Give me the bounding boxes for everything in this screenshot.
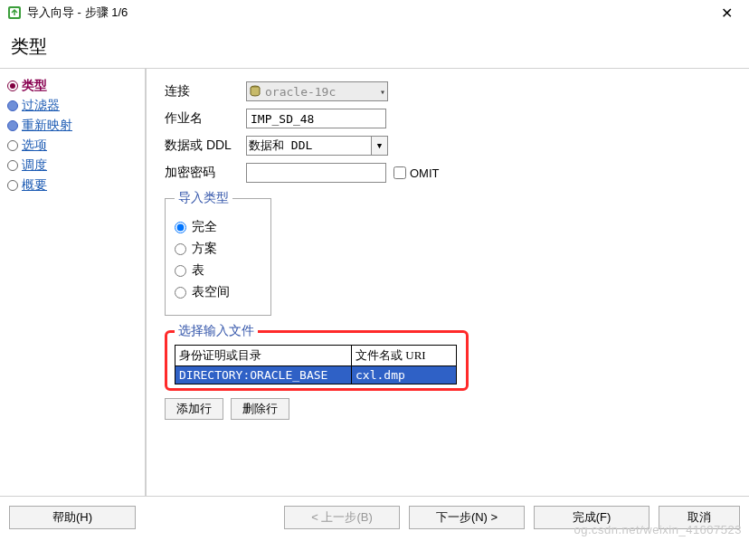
data-ddl-select[interactable]: 数据和 DDL ▼ [246,136,388,156]
col-directory[interactable]: 身份证明或目录 [175,346,352,366]
app-icon [7,5,22,20]
titlebar: 导入向导 - 步骤 1/6 ✕ [0,0,749,25]
table-row[interactable]: DIRECTORY:ORACLE_BASE cxl.dmp [175,366,457,384]
connection-select[interactable]: oracle-19c ▾ [246,81,388,101]
add-row-button[interactable]: 添加行 [165,398,223,420]
radio-schema[interactable]: 方案 [175,241,261,257]
delete-row-button[interactable]: 删除行 [231,398,289,420]
radio-table[interactable]: 表 [175,262,261,279]
close-icon[interactable]: ✕ [712,5,742,22]
input-files-legend: 选择输入文件 [175,323,258,339]
sidebar-item-type[interactable]: 类型 [7,78,137,94]
wizard-footer: 帮助(H) < 上一步(B) 下一步(N) > 完成(F) 取消 [0,497,749,537]
help-button[interactable]: 帮助(H) [9,506,136,529]
main-panel: 连接 oracle-19c ▾ 作业名 数据或 DDL 数据和 DDL ▼ 加密… [147,69,749,496]
col-filename[interactable]: 文件名或 URI [352,346,457,366]
omit-checkbox[interactable] [393,166,406,179]
files-table: 身份证明或目录 文件名或 URI DIRECTORY:ORACLE_BASE c… [175,345,457,384]
sidebar-item-filter[interactable]: 过滤器 [7,98,137,114]
back-button[interactable]: < 上一步(B) [284,506,400,529]
import-type-legend: 导入类型 [175,190,232,206]
omit-label: OMIT [410,166,440,180]
label-password: 加密密码 [165,165,246,181]
heading-area: 类型 [0,25,749,68]
chevron-down-icon: ▼ [371,137,387,155]
content: 类型 过滤器 重新映射 选项 调度 概要 连接 oracle-19c ▾ 作业名… [0,68,749,497]
label-connection: 连接 [165,83,246,100]
cell-filename[interactable]: cxl.dmp [352,366,457,384]
finish-button[interactable]: 完成(F) [534,506,649,529]
cancel-button[interactable]: 取消 [659,506,740,529]
import-type-fieldset: 导入类型 完全 方案 表 表空间 [165,190,271,316]
sidebar-item-schedule[interactable]: 调度 [7,157,137,174]
label-jobname: 作业名 [165,110,246,127]
window-title: 导入向导 - 步骤 1/6 [27,5,712,21]
label-data-ddl: 数据或 DDL [165,138,246,154]
sidebar-item-options[interactable]: 选项 [7,138,137,154]
password-input[interactable] [246,163,386,183]
jobname-input[interactable] [246,109,386,128]
sidebar-item-remap[interactable]: 重新映射 [7,118,137,134]
input-files-fieldset: 选择输入文件 身份证明或目录 文件名或 URI DIRECTORY:ORACLE… [165,323,469,391]
page-heading: 类型 [11,34,738,59]
radio-tablespace[interactable]: 表空间 [175,284,261,300]
chevron-down-icon: ▾ [380,87,385,97]
wizard-sidebar: 类型 过滤器 重新映射 选项 调度 概要 [0,69,147,496]
database-icon [249,85,261,98]
files-header-row: 身份证明或目录 文件名或 URI [175,346,457,366]
cell-directory[interactable]: DIRECTORY:ORACLE_BASE [175,366,352,384]
next-button[interactable]: 下一步(N) > [409,506,525,529]
sidebar-item-summary[interactable]: 概要 [7,177,137,194]
radio-full[interactable]: 完全 [175,219,261,235]
